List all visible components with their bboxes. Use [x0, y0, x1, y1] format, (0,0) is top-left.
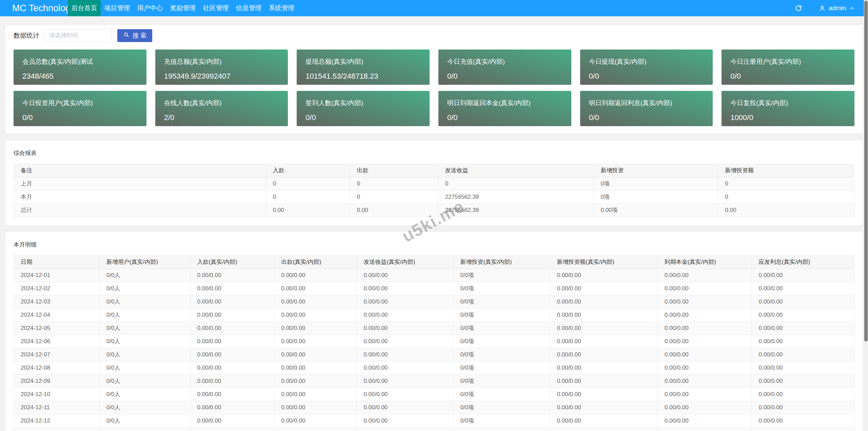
month-detail-header-row: 日期新增用户(真实/内部)入款(真实/内部)出款(真实/内部)发送收益(真实/内… [14, 256, 854, 269]
header-actions: admin [786, 0, 863, 16]
cell: 2024-12-13 [14, 428, 100, 431]
stat-card-title: 今日复投(真实/内部) [730, 99, 851, 107]
column-header: 应发利息(真实/内部) [752, 256, 854, 269]
stat-card: 今日提现(真实/内部) 0/0 [580, 50, 713, 85]
date-range-input[interactable] [44, 29, 112, 42]
cell: 2024-12-03 [14, 295, 100, 309]
column-header: 出款(真实/内部) [274, 256, 357, 269]
cell: 上月 [14, 177, 266, 191]
cell: 0.00/0.00 [274, 348, 357, 361]
stat-card-value: 1000/0 [730, 113, 851, 122]
cell: 0.00/0.00 [274, 401, 357, 414]
column-header: 新增投资 [594, 164, 718, 177]
scrollbar-thumb[interactable] [864, 1, 868, 341]
cell: 0.00/0.00 [752, 388, 854, 401]
table-row: 2024-12-08 0/0人 0.00/0.00 0.00/0.00 0.00… [14, 361, 854, 375]
stat-card: 提现总额(真实/内部) 101541.53/248718.23 [297, 50, 430, 85]
cell: 0项 [594, 191, 718, 204]
refresh-icon [795, 4, 802, 12]
nav-item[interactable]: 奖励管理 [166, 0, 199, 16]
cell: 0.00/0.00 [190, 309, 274, 322]
column-header: 发送收益 [438, 164, 594, 177]
cell: 0/0项 [453, 269, 550, 282]
month-detail-table: 日期新增用户(真实/内部)入款(真实/内部)出款(真实/内部)发送收益(真实/内… [14, 255, 854, 431]
top-navbar: MC Technology 后台首页 项目管理 用户中心 奖励管理 社区管理 信… [0, 0, 868, 16]
scrollbar[interactable] [864, 0, 868, 431]
cell: 0/0人 [99, 375, 190, 388]
table-row: 2024-12-06 0/0人 0.00/0.00 0.00/0.00 0.00… [14, 335, 854, 348]
stat-card-value: 0/0 [22, 113, 143, 122]
column-header: 备注 [14, 164, 266, 177]
nav-item[interactable]: 后台首页 [68, 0, 101, 16]
nav-item[interactable]: 项目管理 [101, 0, 134, 16]
cell: 0.00/0.00 [357, 322, 453, 335]
cell: 2024-12-07 [14, 348, 100, 361]
month-detail-panel: 本月明细 日期新增用户(真实/内部)入款(真实/内部)出款(真实/内部)发送收益… [5, 232, 863, 431]
cell: 0.00 [266, 204, 350, 217]
cell: 0.00/0.00 [752, 375, 854, 388]
stat-card: 签到人数(真实/内部) 0/0 [297, 91, 430, 126]
cell: 0/0人 [99, 361, 190, 375]
cell: 0/0人 [99, 295, 190, 309]
refresh-button[interactable] [786, 0, 810, 16]
cell: 0/0人 [99, 282, 190, 295]
cell: 0.00/0.00 [190, 414, 274, 428]
stats-panel: 数据统计 搜 索 会员总数(真实/内部)测试 2348/465 [5, 25, 863, 134]
column-header: 到期本金(真实/内部) [657, 256, 752, 269]
cell: 0.00/0.00 [657, 282, 752, 295]
search-row: 数据统计 搜 索 [14, 29, 854, 42]
cell: 0/0项 [453, 322, 550, 335]
user-menu[interactable]: admin [810, 0, 863, 16]
cell: 0.00/0.00 [550, 335, 657, 348]
user-icon [819, 5, 826, 12]
stat-card-title: 明日到期返回利息(真实/内部) [589, 99, 710, 107]
nav-item[interactable]: 系统管理 [265, 0, 298, 16]
stat-card-title: 签到人数(真实/内部) [305, 99, 426, 107]
nav-item[interactable]: 社区管理 [199, 0, 232, 16]
stat-card-title: 今日注册用户(真实/内部) [730, 57, 851, 66]
nav-item[interactable]: 信息管理 [232, 0, 265, 16]
cell: 0.00/0.00 [752, 348, 854, 361]
cell: 0/0人 [99, 388, 190, 401]
cell: 22756562.39 [438, 191, 594, 204]
summary-report-panel: 综合报表 备注入款出款发送收益新增投资新增投资额 上月 0 0 0 [5, 140, 863, 225]
cell: 0/0项 [453, 282, 550, 295]
cell: 0/0项 [453, 335, 550, 348]
cell: 0/0项 [453, 348, 550, 361]
stat-card: 在线人数(真实/内部) 2/0 [155, 91, 288, 126]
summary-report-table: 备注入款出款发送收益新增投资新增投资额 上月 0 0 0 0项 0 本月 [14, 164, 854, 217]
cell: 0.00/0.00 [274, 428, 357, 431]
stat-card: 充值总额(真实/内部) 195349.9/23992407 [155, 50, 288, 85]
cell: 0.00/0.00 [752, 295, 854, 309]
cell: 0.00/0.00 [657, 269, 752, 282]
nav-item[interactable]: 用户中心 [134, 0, 166, 16]
search-icon [123, 32, 130, 40]
stat-card-title: 提现总额(真实/内部) [305, 57, 426, 66]
cell: 2024-12-09 [14, 375, 100, 388]
stat-card-value: 0/0 [447, 113, 568, 122]
cell: 0.00/0.00 [190, 428, 274, 431]
table-row: 2024-12-10 0/0人 0.00/0.00 0.00/0.00 0.00… [14, 388, 854, 401]
stat-card: 今日注册用户(真实/内部) 0/0 [722, 50, 854, 85]
stat-card-value: 0/0 [730, 72, 851, 81]
cell: 0/0人 [99, 348, 190, 361]
cell: 0.00/0.00 [550, 375, 657, 388]
search-button[interactable]: 搜 索 [117, 29, 152, 42]
summary-report-title: 综合报表 [14, 149, 854, 157]
stats-section-label: 数据统计 [14, 31, 39, 40]
cell: 0/0项 [453, 428, 550, 431]
main-nav: 后台首页 项目管理 用户中心 奖励管理 社区管理 信息管理 系统管理 [68, 0, 298, 16]
cell: 0.00/0.00 [550, 322, 657, 335]
cell: 0/0人 [99, 269, 190, 282]
cell: 0.00/0.00 [357, 335, 453, 348]
cell: 2024-12-11 [14, 401, 100, 414]
cell: 0.00/0.00 [274, 361, 357, 375]
cell: 0.00/0.00 [190, 401, 274, 414]
cell: 0.00/0.00 [550, 361, 657, 375]
cell: 0.00/0.00 [657, 375, 752, 388]
cell: 0.00/0.00 [752, 335, 854, 348]
cell: 0.00/0.00 [752, 309, 854, 322]
cell: 0.00/0.00 [357, 348, 453, 361]
cell: 0 [718, 191, 854, 204]
column-header: 新增投资(真实/内部) [453, 256, 550, 269]
